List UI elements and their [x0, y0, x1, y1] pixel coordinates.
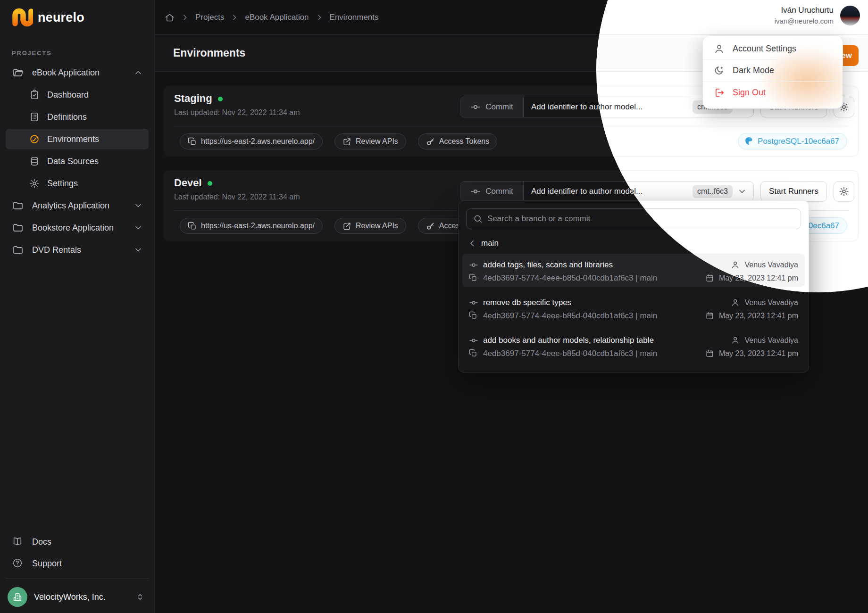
- sidebar-item-label: Analytics Application: [32, 201, 134, 211]
- moon-icon: [714, 65, 725, 76]
- gear-icon: [29, 178, 41, 189]
- status-dot: [218, 97, 223, 101]
- user-email: ivan@neurelo.com: [775, 16, 834, 26]
- sidebar-item-label: Docs: [32, 537, 51, 547]
- commit-icon: [469, 298, 478, 307]
- calendar-icon: [705, 349, 715, 358]
- sidebar-item-docs[interactable]: Docs: [6, 531, 149, 552]
- calendar-icon: [705, 311, 715, 321]
- sidebar-item-label: eBook Application: [32, 68, 134, 78]
- breadcrumb-projects[interactable]: Projects: [195, 13, 224, 22]
- sidebar-item-dashboard[interactable]: Dashboard: [6, 84, 149, 105]
- sidebar-item-analytics-application[interactable]: Analytics Application: [6, 195, 149, 216]
- commit-date: May 23, 2023 12:41 pm: [719, 349, 798, 358]
- brand-name: neurelo: [38, 10, 84, 25]
- menu-item-dark-mode[interactable]: Dark Mode: [703, 60, 843, 82]
- definitions-book-icon: [29, 111, 41, 123]
- access-tokens-chip[interactable]: Access Tokens: [418, 133, 497, 149]
- commit-title: add books and author models, relationshi…: [483, 336, 654, 345]
- main-content: Projects eBook Application Environments …: [155, 0, 868, 613]
- book-open-icon: [12, 536, 24, 547]
- folder-open-icon: [12, 67, 24, 78]
- org-switcher[interactable]: VelocityWorks, Inc.: [8, 586, 149, 608]
- project-nav: eBook Application Dashboard Definitions: [6, 62, 149, 262]
- commit-date: May 23, 2023 12:41 pm: [719, 312, 798, 320]
- external-link-icon: [342, 137, 351, 146]
- review-apis-chip[interactable]: Review APIs: [334, 218, 406, 234]
- sidebar-item-definitions[interactable]: Definitions: [6, 107, 149, 127]
- chevron-right-icon: [316, 14, 323, 21]
- database-icon: [29, 156, 41, 167]
- app-window: neurelo PROJECTS eBook Application Dashb…: [0, 0, 868, 613]
- chevron-right-icon: [231, 14, 238, 21]
- sidebar-item-label: Data Sources: [47, 157, 99, 166]
- environment-name: Staging: [174, 92, 212, 105]
- environment-name: Devel: [174, 177, 202, 189]
- user-name: Iván Uruchurtu: [775, 5, 834, 16]
- commit-label: Commit: [485, 187, 513, 196]
- copy-icon: [188, 137, 197, 146]
- commit-icon: [469, 336, 478, 345]
- environment-settings-button[interactable]: [834, 181, 854, 202]
- sidebar-item-data-sources[interactable]: Data Sources: [6, 151, 149, 172]
- chevron-up-icon: [134, 68, 143, 77]
- commit-author: Venus Vavadiya: [744, 298, 798, 307]
- commit-hash: 4edb3697-5774-4eee-b85d-040cdb1af6c3 | m…: [483, 349, 657, 358]
- sign-out-icon: [714, 87, 725, 98]
- breadcrumb-page[interactable]: Environments: [330, 13, 379, 22]
- commit-id-chip: cmt..f6c3: [693, 185, 733, 198]
- sidebar-item-settings[interactable]: Settings: [6, 173, 149, 194]
- copy-icon: [469, 349, 478, 358]
- key-icon: [426, 222, 435, 231]
- commit-icon: [469, 260, 478, 270]
- copy-icon: [469, 311, 478, 321]
- user-block[interactable]: Iván Uruchurtu ivan@neurelo.com: [775, 5, 860, 26]
- sidebar-item-label: Bookstore Application: [32, 223, 134, 233]
- home-icon[interactable]: [165, 13, 175, 23]
- menu-item-account-settings[interactable]: Account Settings: [703, 38, 843, 60]
- commit-title: added tags, files, scans and libraries: [483, 260, 613, 270]
- sidebar-item-ebook-application[interactable]: eBook Application: [6, 62, 149, 83]
- person-icon: [714, 43, 725, 54]
- sidebar: neurelo PROJECTS eBook Application Dashb…: [0, 0, 155, 613]
- review-apis-chip[interactable]: Review APIs: [334, 133, 406, 149]
- commit-list-item[interactable]: add books and author models, relationshi…: [462, 329, 805, 362]
- datasource-badge[interactable]: PostgreSQL-10ec6a67: [738, 133, 847, 149]
- commit-list-item[interactable]: remove db specific types Venus Vavadiya …: [462, 291, 805, 324]
- brand-logo[interactable]: neurelo: [11, 8, 84, 27]
- sidebar-item-label: Dashboard: [47, 90, 89, 100]
- sidebar-item-label: Environments: [47, 134, 99, 144]
- org-name: VelocityWorks, Inc.: [34, 592, 135, 602]
- gear-icon: [839, 186, 849, 197]
- folder-icon: [12, 200, 24, 211]
- commit-label: Commit: [485, 102, 513, 112]
- neurelo-logo-icon: [11, 8, 33, 27]
- api-url-chip[interactable]: https://us-east-2.aws.neurelo.app/: [180, 218, 323, 234]
- user-avatar[interactable]: [840, 6, 860, 25]
- api-url-chip[interactable]: https://us-east-2.aws.neurelo.app/: [180, 133, 323, 149]
- branch-name: main: [481, 239, 499, 248]
- last-updated: Last updated: Nov 22, 2022 11:34 am: [174, 193, 300, 201]
- person-icon: [731, 298, 740, 307]
- sidebar-item-environments[interactable]: Environments: [6, 129, 149, 149]
- page-title: Environments: [173, 47, 245, 59]
- sidebar-item-dvd-rentals[interactable]: DVD Rentals: [6, 240, 149, 260]
- branch-back-row[interactable]: main: [468, 236, 499, 250]
- sidebar-item-bookstore-application[interactable]: Bookstore Application: [6, 217, 149, 238]
- commit-author: Venus Vavadiya: [744, 261, 798, 269]
- chevron-down-icon: [134, 245, 143, 255]
- postgresql-icon: [744, 136, 754, 146]
- sidebar-item-support[interactable]: Support: [6, 553, 149, 574]
- sidebar-item-label: Definitions: [47, 112, 87, 122]
- commit-hash: 4edb3697-5774-4eee-b85d-040cdb1af6c3 | m…: [483, 273, 657, 283]
- start-runners-button[interactable]: Start Runners: [760, 181, 827, 202]
- folder-icon: [12, 244, 24, 256]
- chevron-left-icon: [468, 239, 476, 248]
- sidebar-item-label: DVD Rentals: [32, 245, 134, 255]
- breadcrumb: Projects eBook Application Environments: [165, 0, 379, 35]
- menu-item-sign-out[interactable]: Sign Out: [703, 82, 843, 103]
- copy-icon: [469, 273, 478, 283]
- chevron-right-icon: [181, 14, 189, 21]
- breadcrumb-app[interactable]: eBook Application: [245, 13, 309, 22]
- commit-icon: [470, 102, 481, 112]
